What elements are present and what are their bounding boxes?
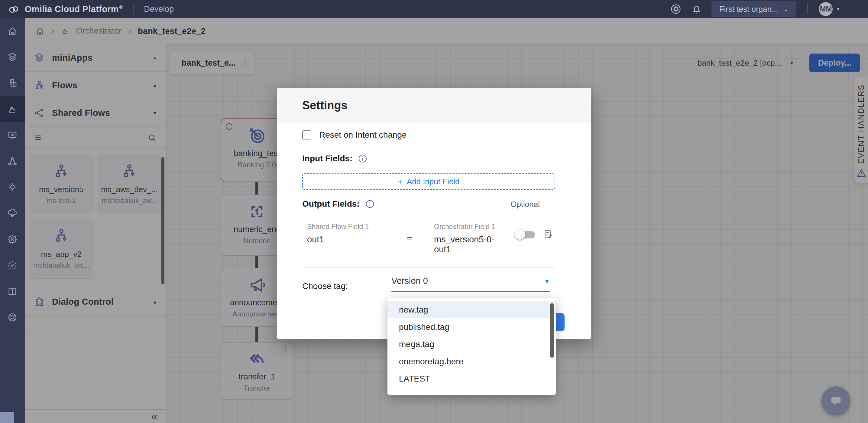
selected-tag-value: Version 0 (392, 276, 550, 286)
organization-selector[interactable]: First test organ... ⌄ (711, 1, 797, 17)
rail-item-cloud-deploy[interactable] (0, 200, 25, 226)
notifications-bell-icon[interactable] (691, 3, 702, 15)
orchestrator-field[interactable]: Orchestrator Field 1 ms_version5-0-out1 (434, 223, 510, 259)
select-caret-icon: ▼ (544, 278, 550, 285)
rail-item-quality[interactable] (0, 252, 25, 278)
rail-item-graph[interactable] (0, 148, 25, 174)
modal-divider (302, 267, 555, 268)
brand: Omilia Cloud Platform® (0, 3, 123, 16)
topbar-divider (807, 4, 808, 15)
omilia-cloud-platform-app: Omilia Cloud Platform® Develop First tes… (0, 0, 868, 423)
add-input-field-label: Add Input Field (407, 177, 460, 187)
rail-item-documentation[interactable] (0, 278, 25, 304)
organization-name: First test organ... (719, 4, 778, 14)
tag-select[interactable]: Version 0 ▼ (392, 276, 550, 292)
field-label: Orchestrator Field 1 (434, 223, 510, 231)
output-fields-header: Output Fields: (302, 199, 375, 209)
reset-on-intent-row[interactable]: Reset on Intent change (302, 130, 407, 140)
add-input-field-button[interactable]: + Add Input Field (302, 173, 555, 190)
avatar[interactable]: MM (819, 2, 833, 16)
dropdown-option[interactable]: mega.tag (388, 336, 556, 353)
rail-item-account-settings[interactable] (0, 226, 25, 252)
rail-footer-highlight (0, 412, 14, 423)
brand-title: Omilia Cloud Platform® (25, 4, 123, 14)
edit-note-icon[interactable] (543, 229, 554, 239)
nav-item-develop[interactable]: Develop (144, 4, 174, 14)
dropdown-scrollbar[interactable] (550, 303, 554, 358)
field-value[interactable]: ms_version5-0-out1 (434, 234, 510, 259)
modal-header: Settings (277, 88, 591, 123)
field-label: Shared Flow Field 1 (307, 223, 384, 231)
rail-item-home[interactable] (0, 18, 25, 44)
rail-item-insights[interactable] (0, 174, 25, 200)
dropdown-option[interactable]: LATEST (388, 370, 556, 387)
user-menu[interactable]: MM ▾ (819, 2, 839, 16)
caret-down-icon: ▾ (837, 6, 839, 12)
toggle-knob (515, 229, 525, 239)
info-icon[interactable] (358, 154, 368, 163)
input-fields-header: Input Fields: (302, 154, 368, 163)
modal-title: Settings (302, 99, 347, 112)
dropdown-option[interactable]: new.tag (388, 301, 556, 318)
topbar-divider (133, 4, 133, 15)
rail-item-feedback[interactable] (0, 122, 25, 148)
checkbox-label: Reset on Intent change (319, 130, 407, 140)
choose-tag-label: Choose tag: (302, 281, 348, 291)
field-toggle-off[interactable] (515, 229, 536, 240)
chevron-down-icon: ⌄ (784, 5, 789, 13)
equals-sign: = (407, 233, 412, 244)
trademark: ® (119, 4, 123, 10)
rail-item-orchestrator[interactable] (0, 96, 25, 122)
rail-item-building-block[interactable] (0, 70, 25, 96)
dropdown-option[interactable]: onemoretag.here (388, 353, 556, 370)
shared-flow-field[interactable]: Shared Flow Field 1 out1 (307, 223, 384, 249)
plus-icon: + (398, 177, 402, 187)
field-value[interactable]: out1 (307, 234, 384, 249)
rail-item-miniapps[interactable] (0, 44, 25, 70)
optional-label: Optional (510, 200, 540, 209)
omilia-cloud-logo-icon (7, 3, 20, 16)
tag-dropdown-menu: new.tag published.tag mega.tag onemoreta… (388, 298, 556, 395)
info-icon[interactable] (365, 199, 375, 209)
left-icon-rail (0, 18, 25, 423)
top-bar: Omilia Cloud Platform® Develop First tes… (0, 0, 868, 18)
dropdown-option[interactable]: published.tag (388, 318, 556, 336)
select-underline (392, 291, 550, 292)
settings-gear-icon[interactable] (670, 3, 682, 15)
rail-item-support[interactable] (0, 304, 25, 331)
checkbox-unchecked[interactable] (302, 131, 311, 140)
output-fields-label: Output Fields: (302, 199, 360, 209)
input-fields-label: Input Fields: (302, 154, 352, 163)
